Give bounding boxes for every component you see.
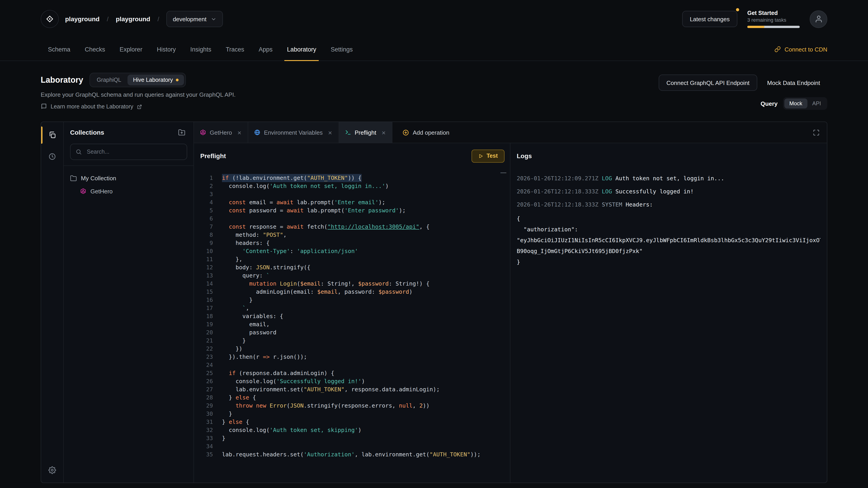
connect-graphql-endpoint-button[interactable]: Connect GraphQL API Endpoint: [659, 74, 757, 91]
nav-tab-history[interactable]: History: [150, 38, 183, 61]
nav-tab-traces[interactable]: Traces: [219, 38, 252, 61]
line-number: 34: [194, 442, 222, 451]
rail-collections-button[interactable]: [45, 127, 59, 142]
code-line[interactable]: 8 method: "POST",: [194, 231, 510, 239]
code-line[interactable]: 17 `,: [194, 304, 510, 312]
line-number: 1: [194, 174, 222, 182]
line-number: 33: [194, 434, 222, 442]
code-line[interactable]: 28 } else {: [194, 394, 510, 402]
tab-gethero[interactable]: GetHero×: [194, 122, 248, 143]
code-line[interactable]: 34: [194, 442, 510, 451]
close-tab-icon[interactable]: ×: [236, 128, 243, 137]
nav-tab-checks[interactable]: Checks: [78, 38, 112, 61]
nav-tab-settings[interactable]: Settings: [323, 38, 360, 61]
maximize-icon: [813, 129, 819, 136]
line-number: 23: [194, 353, 222, 361]
fullscreen-button[interactable]: [811, 127, 822, 138]
globe-icon: [254, 129, 260, 135]
nav-tab-insights[interactable]: Insights: [183, 38, 219, 61]
lab-mode-graphiql[interactable]: GraphiQL: [91, 74, 127, 86]
nav-tab-schema[interactable]: Schema: [41, 38, 78, 61]
new-collection-button[interactable]: [176, 127, 187, 138]
test-button[interactable]: Test: [471, 149, 504, 162]
code-line[interactable]: 9 headers: {: [194, 239, 510, 247]
hive-logo-icon[interactable]: [41, 10, 59, 28]
code-line[interactable]: 11 },: [194, 255, 510, 263]
code-line[interactable]: 29 throw new Error(JSON.stringify(respon…: [194, 402, 510, 410]
tab-preflight[interactable]: Preflight×: [339, 122, 393, 143]
line-number: 11: [194, 255, 222, 263]
collection-operation-gethero[interactable]: GetHero: [80, 185, 187, 197]
code-line[interactable]: 6: [194, 215, 510, 223]
connect-cdn-button[interactable]: Connect to CDN: [775, 38, 827, 61]
code-line[interactable]: 35lab.request.headers.set('Authorization…: [194, 451, 510, 459]
breadcrumb-org[interactable]: playground: [65, 15, 99, 23]
code-line[interactable]: 26 console.log('Successfully logged in!'…: [194, 377, 510, 385]
line-number: 14: [194, 280, 222, 288]
rail-settings-button[interactable]: [45, 463, 59, 477]
breadcrumb: playground / playground / development: [41, 10, 223, 28]
latest-changes-button[interactable]: Latest changes: [682, 11, 737, 27]
plus-circle-icon: [402, 129, 409, 136]
learn-more-link[interactable]: Learn more about the Laboratory: [41, 103, 142, 110]
lab-mode-toggle: GraphiQLHive Laboratory: [90, 73, 186, 87]
rail-history-button[interactable]: [45, 149, 59, 164]
collapse-editor-button[interactable]: —: [500, 169, 506, 175]
code-line[interactable]: 4 const email = await lab.prompt('Enter …: [194, 198, 510, 206]
line-number: 16: [194, 296, 222, 304]
code-line[interactable]: 20 password: [194, 328, 510, 337]
line-number: 18: [194, 312, 222, 320]
code-line[interactable]: 10 'Content-Type': 'application/json': [194, 247, 510, 255]
close-tab-icon[interactable]: ×: [380, 128, 388, 137]
code-line[interactable]: 30 }: [194, 410, 510, 418]
code-line[interactable]: 23 }).then(r => r.json());: [194, 353, 510, 361]
code-line[interactable]: 2 console.log('Auth token not set, loggi…: [194, 182, 510, 190]
target-selector[interactable]: development: [166, 11, 223, 27]
line-number: 32: [194, 426, 222, 434]
code-line[interactable]: 18 variables: {: [194, 312, 510, 320]
code-line[interactable]: 12 body: JSON.stringify({: [194, 263, 510, 271]
mock-data-endpoint-button[interactable]: Mock Data Endpoint: [760, 74, 827, 91]
line-number: 2: [194, 182, 222, 190]
code-line[interactable]: 21 }: [194, 337, 510, 345]
add-operation-button[interactable]: Add operation: [400, 122, 452, 143]
get-started-widget[interactable]: Get Started 3 remaining tasks: [747, 10, 800, 28]
code-line[interactable]: 32 console.log('Auth token set, skipping…: [194, 426, 510, 434]
close-tab-icon[interactable]: ×: [326, 128, 334, 137]
folder-icon: [70, 175, 77, 182]
code-line[interactable]: 5 const password = await lab.prompt('Ent…: [194, 206, 510, 215]
tab-environment-variables[interactable]: Environment Variables×: [248, 122, 339, 143]
page-header: Laboratory GraphiQLHive Laboratory Explo…: [0, 61, 868, 111]
code-line[interactable]: 13 query: `: [194, 271, 510, 280]
code-line[interactable]: 31} else {: [194, 418, 510, 426]
nav-tab-apps[interactable]: Apps: [251, 38, 280, 61]
code-line[interactable]: 14 mutation Login($email: String!, $pass…: [194, 280, 510, 288]
lab-mode-hive-laboratory[interactable]: Hive Laboratory: [127, 74, 184, 86]
line-number: 10: [194, 247, 222, 255]
endpoint-option-api[interactable]: API: [807, 98, 826, 108]
avatar[interactable]: [810, 10, 827, 28]
code-line[interactable]: 24: [194, 361, 510, 369]
code-line[interactable]: 3: [194, 190, 510, 198]
code-line[interactable]: 1if (!lab.environment.get("AUTH_TOKEN"))…: [194, 174, 510, 182]
code-line[interactable]: 16 }: [194, 296, 510, 304]
code-line[interactable]: 33}: [194, 434, 510, 442]
search-input[interactable]: [86, 148, 182, 156]
line-number: 17: [194, 304, 222, 312]
code-line[interactable]: 22 }): [194, 345, 510, 353]
code-line[interactable]: 7 const response = await fetch("http://l…: [194, 223, 510, 231]
collection-folder[interactable]: My Collection: [70, 171, 187, 185]
code-line[interactable]: 15 adminLogin(email: $email, password: $…: [194, 288, 510, 296]
nav-tab-explorer[interactable]: Explorer: [112, 38, 150, 61]
nav-tab-laboratory[interactable]: Laboratory: [280, 38, 323, 61]
code-line[interactable]: 19 email,: [194, 320, 510, 328]
code-line[interactable]: 25 if (response.data.adminLogin) {: [194, 369, 510, 377]
breadcrumb-project[interactable]: playground: [116, 15, 150, 23]
line-number: 6: [194, 215, 222, 223]
code-line[interactable]: 27 lab.environment.set("AUTH_TOKEN", res…: [194, 385, 510, 394]
preflight-code-editor[interactable]: 1if (!lab.environment.get("AUTH_TOKEN"))…: [194, 168, 510, 459]
play-icon: [478, 153, 483, 158]
get-started-subtitle: 3 remaining tasks: [747, 17, 800, 23]
graphql-icon: [200, 129, 206, 135]
endpoint-option-mock[interactable]: Mock: [784, 98, 807, 108]
